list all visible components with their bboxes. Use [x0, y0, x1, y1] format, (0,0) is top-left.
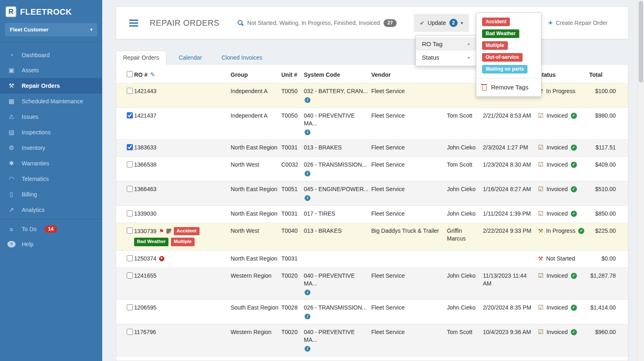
ro-number[interactable]: 1339030	[134, 210, 157, 218]
sidebar-item-to-do[interactable]: ≡To Do14	[0, 221, 102, 237]
sidebar-item-warranties[interactable]: ✱Warranties	[0, 156, 102, 171]
row-tag-multiple[interactable]: Multiple	[171, 238, 194, 246]
flag-icon[interactable]: ⚑	[159, 227, 164, 235]
invoiced-checkbox-icon: ☑	[538, 210, 543, 217]
system-code-cell: 026 - TRANSMISSION...i	[304, 161, 369, 177]
tab-bar: Repair OrdersCalendarCloned Invoices	[116, 51, 628, 65]
col-group: Group	[231, 65, 281, 83]
expected-finish-cell: 2/3/2024 1:27 PM	[483, 140, 538, 157]
row-checkbox[interactable]	[127, 329, 133, 335]
vertical-scrollbar[interactable]	[637, 0, 644, 361]
status-label: Not Started	[546, 255, 575, 263]
complete-check-icon: ✔	[571, 186, 577, 192]
vendor-cell: Fleet Service	[371, 107, 447, 140]
row-checkbox[interactable]	[127, 304, 133, 310]
sidebar: R FLEETROCK Fleet Customer ▾ ◔Dashboard▣…	[0, 0, 102, 361]
ro-number[interactable]: 1241655	[134, 272, 157, 280]
vendor-cell: Fleet Service	[371, 157, 447, 181]
tag-multiple[interactable]: Multiple	[482, 41, 508, 50]
sidebar-item-label: Scheduled Maintenance	[22, 98, 83, 105]
sidebar-item-analytics[interactable]: ↗Analytics	[0, 202, 102, 218]
ro-number[interactable]: 1176796	[134, 328, 156, 336]
ro-number[interactable]: 1421437	[134, 112, 157, 120]
sidebar-item-inspections[interactable]: ▤Inspections	[0, 125, 102, 140]
select-all-checkbox[interactable]	[127, 71, 133, 77]
ro-number[interactable]: 1421443	[134, 87, 157, 95]
sidebar-item-billing[interactable]: ▯Billing	[0, 187, 102, 202]
sidebar-item-label: Inspections	[22, 129, 51, 136]
brand-name: FLEETROCK	[20, 7, 72, 17]
row-checkbox[interactable]	[127, 186, 133, 192]
row-checkbox[interactable]	[127, 255, 133, 261]
tag-waiting-on-parts[interactable]: Waiting on parts	[482, 65, 528, 74]
row-checkbox[interactable]	[127, 144, 133, 150]
sidebar-divider	[0, 42, 102, 42]
info-icon[interactable]: i	[305, 195, 310, 201]
tag-accident[interactable]: Accident	[482, 18, 510, 26]
ro-number-cell: 1241655	[134, 272, 228, 280]
row-tag-accident[interactable]: Accident	[174, 227, 200, 236]
ro-number[interactable]: 1206595	[134, 304, 157, 312]
sidebar-item-telematics[interactable]: ◠Telematics	[0, 171, 102, 187]
system-code-text: 045 - ENGINE/POWER...	[304, 185, 369, 193]
remove-tags-label: Remove Tags	[491, 84, 528, 91]
sidebar-item-inventory[interactable]: ⚙Inventory	[0, 140, 102, 156]
menu-item-ro-tag[interactable]: RO Tag▸	[416, 37, 476, 51]
scrollbar-thumb[interactable]	[639, 1, 643, 82]
sidebar-item-scheduled-maintenance[interactable]: ▦Scheduled Maintenance	[0, 94, 102, 109]
row-tag-bad-weather[interactable]: Bad Weather	[134, 238, 168, 246]
calendar-check-icon: ▦	[7, 98, 16, 105]
row-checkbox[interactable]	[127, 112, 133, 118]
sidebar-item-dashboard[interactable]: ◔Dashboard	[0, 47, 102, 62]
ro-number[interactable]: 1366538	[134, 161, 157, 169]
vendor-cell: Fleet Service	[371, 300, 447, 324]
tag-bad-weather[interactable]: Bad Weather	[482, 29, 519, 38]
ro-number[interactable]: 1366463	[134, 185, 157, 193]
repair-orders-table-card: RO #✎ Group Unit # System Code Vendor Ex…	[116, 65, 628, 361]
row-checkbox[interactable]	[127, 210, 133, 216]
tag-out-of-service[interactable]: Out-of-service	[482, 53, 523, 62]
remove-tags-item[interactable]: Remove Tags	[476, 80, 541, 94]
ro-number-cell: 1339030	[134, 210, 228, 218]
info-icon[interactable]: i	[305, 97, 310, 103]
ro-number[interactable]: 1250374	[134, 255, 157, 263]
info-icon[interactable]: i	[305, 290, 310, 295]
row-checkbox[interactable]	[127, 161, 133, 167]
vendor-cell: Fleet Service	[371, 181, 447, 206]
edit-pencil-icon[interactable]: ✎	[150, 71, 155, 78]
row-checkbox[interactable]	[127, 272, 133, 279]
technician-cell: John Cieko	[447, 205, 483, 223]
tab-calendar[interactable]: Calendar	[171, 51, 209, 65]
fleet-customer-dropdown[interactable]: Fleet Customer ▾	[5, 23, 97, 36]
row-checkbox[interactable]	[127, 88, 133, 94]
status-filter-text: Not Started, Waiting, In Progress, Finis…	[247, 20, 380, 26]
tab-cloned-invoices[interactable]: Cloned Invoices	[214, 51, 270, 65]
update-button[interactable]: ✔ Update 2 ▾	[414, 14, 469, 32]
info-icon[interactable]: i	[305, 346, 310, 352]
sidebar-item-repair-orders[interactable]: ⚒Repair Orders	[0, 78, 102, 94]
menu-hamburger-icon[interactable]	[129, 18, 138, 28]
ro-number[interactable]: 1330739	[134, 227, 157, 235]
info-icon[interactable]: i	[305, 129, 310, 135]
note-icon[interactable]	[166, 229, 171, 234]
brand-logo: R FLEETROCK	[0, 0, 102, 20]
col-system-code: System Code	[304, 65, 371, 83]
technician-cell: John Cieko	[447, 181, 483, 206]
create-repair-order-button[interactable]: + Create Repair Order	[548, 19, 608, 27]
status-filter[interactable]: Not Started, Waiting, In Progress, Finis…	[238, 19, 397, 27]
status-cell: ☑Invoiced✔	[538, 304, 587, 312]
table-row: 1421443Independent AT0050032 - BATTERY, …	[116, 83, 628, 108]
ro-number[interactable]: 1383633	[134, 144, 157, 152]
info-icon[interactable]: i	[305, 314, 310, 319]
sidebar-item-issues[interactable]: ⚠Issues	[0, 109, 102, 125]
sidebar-item-help[interactable]: ?Help	[0, 237, 102, 252]
main-content: REPAIR ORDERS Not Started, Waiting, In P…	[102, 0, 644, 361]
menu-item-status[interactable]: Status▸	[416, 51, 476, 64]
selected-count-badge: 2	[449, 19, 458, 27]
row-checkbox[interactable]	[127, 227, 133, 234]
red-marker-icon[interactable]	[159, 256, 164, 261]
ro-tag-list: AccidentBad WeatherMultipleOut-of-servic…	[476, 16, 541, 75]
info-icon[interactable]: i	[305, 171, 310, 176]
sidebar-item-assets[interactable]: ▣Assets	[0, 62, 102, 78]
tab-repair-orders[interactable]: Repair Orders	[116, 51, 166, 65]
